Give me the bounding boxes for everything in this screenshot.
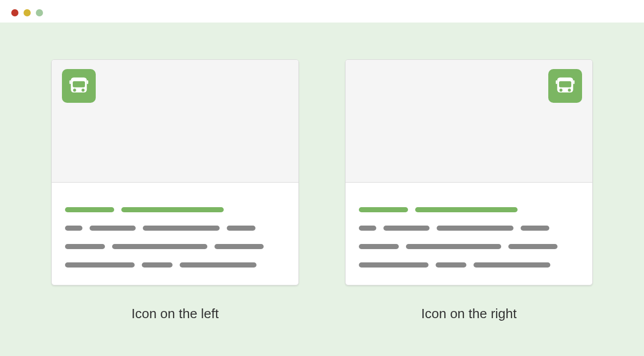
placeholder-segment — [437, 226, 513, 231]
placeholder-text-line — [359, 244, 579, 249]
placeholder-segment — [214, 244, 264, 249]
placeholder-segment — [121, 207, 224, 212]
placeholder-segment — [180, 262, 256, 268]
window-minimize-button[interactable] — [24, 9, 31, 16]
icon-badge-right — [548, 69, 582, 103]
caption-left: Icon on the left — [132, 306, 219, 322]
placeholder-text-line — [65, 244, 285, 249]
svg-point-2 — [73, 88, 76, 92]
placeholder-segment — [383, 226, 430, 231]
placeholder-segment — [227, 226, 255, 231]
placeholder-segment — [65, 262, 135, 268]
placeholder-segment — [112, 244, 207, 249]
svg-rect-7 — [559, 81, 571, 87]
example-right: Icon on the right — [345, 59, 593, 336]
placeholder-segment — [508, 244, 557, 249]
placeholder-text-line — [359, 226, 579, 231]
card-body-right — [346, 183, 592, 285]
bus-icon — [68, 75, 90, 97]
svg-point-9 — [568, 88, 571, 92]
placeholder-segment — [143, 226, 220, 231]
placeholder-title-line — [65, 207, 285, 212]
placeholder-segment — [359, 226, 376, 231]
bus-icon — [554, 75, 576, 97]
placeholder-text-line — [65, 262, 285, 268]
placeholder-segment — [359, 244, 399, 249]
card-left — [51, 59, 299, 285]
svg-rect-11 — [573, 80, 575, 84]
placeholder-segment — [65, 207, 114, 212]
svg-rect-5 — [87, 80, 89, 84]
placeholder-segment — [90, 226, 136, 231]
svg-rect-1 — [73, 81, 85, 87]
window-maximize-button[interactable] — [36, 9, 43, 16]
card-header-right — [346, 60, 592, 183]
placeholder-segment — [65, 226, 82, 231]
placeholder-segment — [436, 262, 466, 268]
example-left: Icon on the left — [51, 59, 299, 336]
placeholder-segment — [474, 262, 550, 268]
icon-badge-left — [62, 69, 96, 103]
placeholder-segment — [521, 226, 549, 231]
card-right — [345, 59, 593, 285]
content-area: Icon on the left — [0, 23, 644, 356]
placeholder-text-line — [65, 226, 285, 231]
placeholder-segment — [406, 244, 501, 249]
svg-rect-4 — [70, 80, 71, 84]
card-body-left — [52, 183, 298, 285]
svg-point-3 — [81, 88, 84, 92]
window-controls — [0, 0, 644, 16]
placeholder-segment — [415, 207, 518, 212]
placeholder-title-line — [359, 207, 579, 212]
caption-right: Icon on the right — [421, 306, 517, 322]
placeholder-segment — [142, 262, 173, 268]
svg-point-8 — [560, 88, 563, 92]
window-close-button[interactable] — [11, 9, 18, 16]
placeholder-segment — [359, 262, 428, 268]
placeholder-text-line — [359, 262, 579, 268]
placeholder-segment — [65, 244, 105, 249]
card-header-left — [52, 60, 298, 183]
svg-rect-10 — [556, 80, 557, 84]
placeholder-segment — [359, 207, 408, 212]
